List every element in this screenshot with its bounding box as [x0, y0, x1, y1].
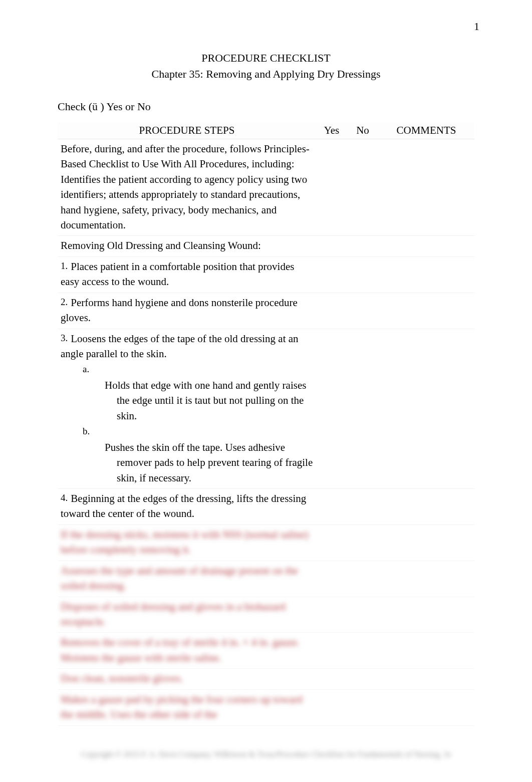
blurred-step-cell: Makes a gauze pad by picking the four co… [58, 689, 316, 725]
no-cell[interactable] [347, 329, 378, 488]
table-row-blurred: Makes a gauze pad by picking the four co… [58, 689, 474, 725]
yes-cell [316, 669, 347, 689]
table-row-blurred: Assesses the type and amount of drainage… [58, 561, 474, 597]
comments-cell [378, 669, 474, 689]
step-text: Places patient in a comfortable position… [61, 260, 294, 288]
yes-cell [316, 561, 347, 597]
substep-letter: b. [83, 424, 94, 438]
intro-cell: Before, during, and after the procedure,… [58, 139, 316, 236]
comments-cell[interactable] [378, 488, 474, 525]
blurred-step-cell: Don clean, nonsterile gloves. [58, 669, 316, 689]
page-number: 1 [474, 20, 479, 33]
step-cell: 2.Performs hand hygiene and dons nonster… [58, 293, 316, 329]
header-no: No [347, 122, 378, 139]
table-header-row: PROCEDURE STEPS Yes No COMMENTS [58, 122, 474, 139]
no-cell [347, 689, 378, 725]
no-cell [347, 525, 378, 561]
yes-cell [316, 597, 347, 633]
yes-cell[interactable] [316, 293, 347, 329]
step-text: Beginning at the edges of the dressing, … [61, 492, 306, 519]
table-row-blurred: If the dressing sticks, moistens it with… [58, 525, 474, 561]
yes-cell [316, 689, 347, 725]
no-cell [347, 561, 378, 597]
step-text: Performs hand hygiene and dons nonsteril… [61, 297, 298, 324]
no-cell[interactable] [347, 293, 378, 329]
table-row-blurred: Removes the cover of a tray of sterile 4… [58, 633, 474, 669]
substep-text: Pushes the skin off the tape. Uses adhes… [117, 440, 313, 485]
header-comments: COMMENTS [378, 122, 474, 139]
no-cell[interactable] [347, 236, 378, 256]
header-procedure-steps: PROCEDURE STEPS [58, 122, 316, 139]
step-number: 2. [61, 295, 68, 309]
yes-cell[interactable] [316, 329, 347, 488]
table-row: 1.Places patient in a comfortable positi… [58, 256, 474, 293]
comments-cell[interactable] [378, 139, 474, 236]
substep-text: Holds that edge with one hand and gently… [117, 378, 313, 423]
copyright-footer: Copyright © 2015 F. A. Davis Company, Wi… [58, 750, 474, 759]
comments-cell[interactable] [378, 293, 474, 329]
table-row: Before, during, and after the procedure,… [58, 139, 474, 236]
table-row: 2.Performs hand hygiene and dons nonster… [58, 293, 474, 329]
comments-cell[interactable] [378, 256, 474, 293]
comments-cell [378, 561, 474, 597]
comments-cell[interactable] [378, 236, 474, 256]
no-cell [347, 669, 378, 689]
table-row: 4.Beginning at the edges of the dressing… [58, 488, 474, 525]
yes-cell [316, 633, 347, 669]
table-row: 3.Loosens the edges of the tape of the o… [58, 329, 474, 488]
table-row: Removing Old Dressing and Cleansing Woun… [58, 236, 474, 256]
no-cell[interactable] [347, 256, 378, 293]
yes-cell[interactable] [316, 488, 347, 525]
blurred-step-cell: Disposes of soiled dressing and gloves i… [58, 597, 316, 633]
comments-cell [378, 633, 474, 669]
blurred-step-cell: Removes the cover of a tray of sterile 4… [58, 633, 316, 669]
yes-cell[interactable] [316, 139, 347, 236]
comments-cell [378, 525, 474, 561]
comments-cell [378, 689, 474, 725]
step-text: Loosens the edges of the tape of the old… [61, 333, 299, 360]
no-cell [347, 597, 378, 633]
yes-cell [316, 525, 347, 561]
step-number: 1. [61, 259, 68, 273]
step-number: 4. [61, 491, 68, 505]
table-row-blurred: Disposes of soiled dressing and gloves i… [58, 597, 474, 633]
blurred-step-cell: If the dressing sticks, moistens it with… [58, 525, 316, 561]
comments-cell [378, 597, 474, 633]
substep-letter: a. [83, 362, 94, 376]
header-yes: Yes [316, 122, 347, 139]
comments-cell[interactable] [378, 329, 474, 488]
yes-cell[interactable] [316, 236, 347, 256]
procedure-table: PROCEDURE STEPS Yes No COMMENTS Before, … [58, 122, 474, 726]
no-cell[interactable] [347, 488, 378, 525]
step-number: 3. [61, 331, 68, 345]
title-line-2: Chapter 35: Removing and Applying Dry Dr… [58, 66, 474, 82]
step-cell: 3.Loosens the edges of the tape of the o… [58, 329, 316, 488]
no-cell[interactable] [347, 139, 378, 236]
blurred-step-cell: Assesses the type and amount of drainage… [58, 561, 316, 597]
section-heading-cell: Removing Old Dressing and Cleansing Woun… [58, 236, 316, 256]
step-cell: 4.Beginning at the edges of the dressing… [58, 488, 316, 525]
title-line-1: PROCEDURE CHECKLIST [58, 50, 474, 66]
check-instruction: Check (ü ) Yes or No [58, 100, 474, 113]
yes-cell[interactable] [316, 256, 347, 293]
step-cell: 1.Places patient in a comfortable positi… [58, 256, 316, 293]
no-cell [347, 633, 378, 669]
table-row-blurred: Don clean, nonsterile gloves. [58, 669, 474, 689]
